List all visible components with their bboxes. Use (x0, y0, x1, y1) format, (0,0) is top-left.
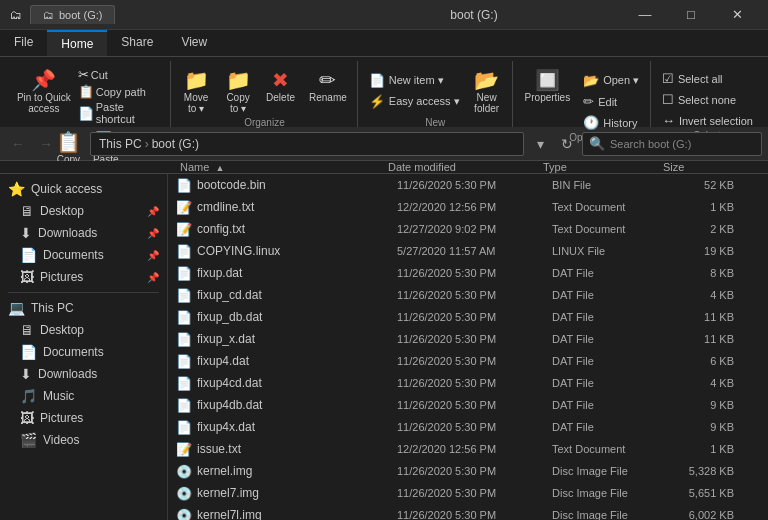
sidebar-item-pictures-pc[interactable]: 🖼 Pictures (0, 407, 167, 429)
dropdown-button[interactable]: ▾ (528, 132, 552, 156)
title-tab[interactable]: 🗂 boot (G:) (30, 5, 115, 24)
new-folder-button[interactable]: 📂 Newfolder (467, 67, 507, 117)
properties-icon: 🔲 (535, 70, 560, 90)
col-header-type[interactable]: Type (535, 161, 655, 173)
close-button[interactable]: ✕ (714, 0, 760, 30)
sidebar-item-music-pc[interactable]: 🎵 Music (0, 385, 167, 407)
col-header-date[interactable]: Date modified (380, 161, 535, 173)
sidebar-divider-1 (8, 292, 159, 293)
paste-shortcut-label[interactable]: Paste shortcut (96, 101, 163, 125)
file-date: 11/26/2020 5:30 PM (397, 355, 552, 367)
file-row[interactable]: 📄 fixup_x.dat 11/26/2020 5:30 PM DAT Fil… (168, 328, 768, 350)
col-header-size[interactable]: Size (655, 161, 735, 173)
address-path[interactable]: This PC › boot (G:) (90, 132, 524, 156)
copy-path-label[interactable]: Copy path (96, 86, 146, 98)
sidebar-item-documents-pc[interactable]: 📄 Documents (0, 341, 167, 363)
file-row[interactable]: 💿 kernel.img 11/26/2020 5:30 PM Disc Ima… (168, 460, 768, 482)
file-row[interactable]: 📄 fixup4x.dat 11/26/2020 5:30 PM DAT Fil… (168, 416, 768, 438)
sidebar-item-documents-qa[interactable]: 📄 Documents 📌 (0, 244, 167, 266)
file-list: 📄 bootcode.bin 11/26/2020 5:30 PM BIN Fi… (168, 174, 768, 520)
rename-button[interactable]: ✏ Rename (303, 67, 353, 106)
file-icon: 📄 (176, 310, 192, 325)
delete-button[interactable]: ✖ Delete (260, 67, 301, 106)
videos-pc-icon: 🎬 (20, 432, 37, 448)
path-drive: boot (G:) (152, 137, 199, 151)
properties-button[interactable]: 🔲 Properties (519, 67, 577, 106)
file-date: 12/2/2020 12:56 PM (397, 443, 552, 455)
invert-selection-button[interactable]: ↔ Invert selection (657, 111, 758, 130)
documents-qa-icon: 📄 (20, 247, 37, 263)
file-type: BIN File (552, 179, 672, 191)
minimize-button[interactable]: — (622, 0, 668, 30)
copy-to-icon: 📁 (226, 70, 251, 90)
file-size: 9 KB (672, 421, 742, 433)
sidebar-item-desktop-pc[interactable]: 🖥 Desktop (0, 319, 167, 341)
sidebar-item-downloads-pc[interactable]: ⬇ Downloads (0, 363, 167, 385)
new-item-button[interactable]: 📄 New item ▾ (364, 71, 465, 90)
quick-access-label: Quick access (31, 182, 102, 196)
copy-to-button[interactable]: 📁 Copyto ▾ (218, 67, 258, 117)
file-type: DAT File (552, 421, 672, 433)
forward-button[interactable]: → (34, 132, 58, 156)
file-name: config.txt (197, 222, 397, 236)
up-button[interactable]: ↑ (62, 132, 86, 156)
edit-button[interactable]: ✏ Edit (578, 92, 644, 111)
refresh-button[interactable]: ↻ (556, 132, 578, 156)
file-row[interactable]: 📄 fixup4.dat 11/26/2020 5:30 PM DAT File… (168, 350, 768, 372)
sidebar-item-videos-pc[interactable]: 🎬 Videos (0, 429, 167, 451)
file-icon: 📝 (176, 442, 192, 457)
sidebar-item-pictures-qa[interactable]: 🖼 Pictures 📌 (0, 266, 167, 288)
file-name: fixup4x.dat (197, 420, 397, 434)
file-row[interactable]: 📝 cmdline.txt 12/2/2020 12:56 PM Text Do… (168, 196, 768, 218)
sidebar-item-desktop-qa[interactable]: 🖥 Desktop 📌 (0, 200, 167, 222)
search-box[interactable]: 🔍 Search boot (G:) (582, 132, 762, 156)
file-row[interactable]: 📄 fixup4db.dat 11/26/2020 5:30 PM DAT Fi… (168, 394, 768, 416)
new-buttons: 📄 New item ▾ ⚡ Easy access ▾ 📂 Newfolder (364, 63, 507, 117)
maximize-button[interactable]: □ (668, 0, 714, 30)
sidebar-item-quick-access[interactable]: ⭐ Quick access (0, 178, 167, 200)
file-row[interactable]: 📄 fixup4cd.dat 11/26/2020 5:30 PM DAT Fi… (168, 372, 768, 394)
file-row[interactable]: 💿 kernel7.img 11/26/2020 5:30 PM Disc Im… (168, 482, 768, 504)
pin-quick-access-button[interactable]: 📌 Pin to Quickaccess (12, 67, 76, 117)
file-type: DAT File (552, 355, 672, 367)
file-row[interactable]: 📄 bootcode.bin 11/26/2020 5:30 PM BIN Fi… (168, 174, 768, 196)
file-row[interactable]: 📄 fixup_db.dat 11/26/2020 5:30 PM DAT Fi… (168, 306, 768, 328)
file-row[interactable]: 💿 kernel7l.img 11/26/2020 5:30 PM Disc I… (168, 504, 768, 520)
tab-icon: 🗂 (43, 9, 54, 21)
move-to-button[interactable]: 📁 Moveto ▾ (176, 67, 216, 117)
file-name: fixup_db.dat (197, 310, 397, 324)
file-size: 1 KB (672, 201, 742, 213)
history-button[interactable]: 🕐 History (578, 113, 644, 132)
file-date: 11/26/2020 5:30 PM (397, 509, 552, 520)
file-row[interactable]: 📄 fixup.dat 11/26/2020 5:30 PM DAT File … (168, 262, 768, 284)
tab-view[interactable]: View (167, 30, 221, 56)
file-row[interactable]: 📝 issue.txt 12/2/2020 12:56 PM Text Docu… (168, 438, 768, 460)
cut-label[interactable]: Cut (91, 69, 108, 81)
sidebar-item-this-pc[interactable]: 💻 This PC (0, 297, 167, 319)
file-date: 11/26/2020 5:30 PM (397, 179, 552, 191)
file-name: fixup4db.dat (197, 398, 397, 412)
tab-home[interactable]: Home (47, 30, 107, 56)
tab-file[interactable]: File (0, 30, 47, 56)
downloads-pc-icon: ⬇ (20, 366, 32, 382)
open-button[interactable]: 📂 Open ▾ (578, 71, 644, 90)
new-item-icon: 📄 (369, 73, 385, 88)
file-icon: 📄 (176, 420, 192, 435)
desktop-pc-icon: 🖥 (20, 322, 34, 338)
select-none-button[interactable]: ☐ Select none (657, 90, 758, 109)
new-stack: 📄 New item ▾ ⚡ Easy access ▾ (364, 67, 465, 111)
select-all-button[interactable]: ☑ Select all (657, 69, 758, 88)
file-date: 12/2/2020 12:56 PM (397, 201, 552, 213)
back-button[interactable]: ← (6, 132, 30, 156)
col-header-name[interactable]: Name ▲ (170, 161, 380, 173)
content-area: Name ▲ Date modified Type Size ⭐ Quick a… (0, 161, 768, 520)
file-row[interactable]: 📄 fixup_cd.dat 11/26/2020 5:30 PM DAT Fi… (168, 284, 768, 306)
file-date: 11/26/2020 5:30 PM (397, 487, 552, 499)
file-row[interactable]: 📄 COPYING.linux 5/27/2020 11:57 AM LINUX… (168, 240, 768, 262)
sidebar-item-downloads-qa[interactable]: ⬇ Downloads 📌 (0, 222, 167, 244)
easy-access-button[interactable]: ⚡ Easy access ▾ (364, 92, 465, 111)
move-to-icon: 📁 (184, 70, 209, 90)
file-size: 19 KB (672, 245, 742, 257)
file-row[interactable]: 📝 config.txt 12/27/2020 9:02 PM Text Doc… (168, 218, 768, 240)
tab-share[interactable]: Share (107, 30, 167, 56)
